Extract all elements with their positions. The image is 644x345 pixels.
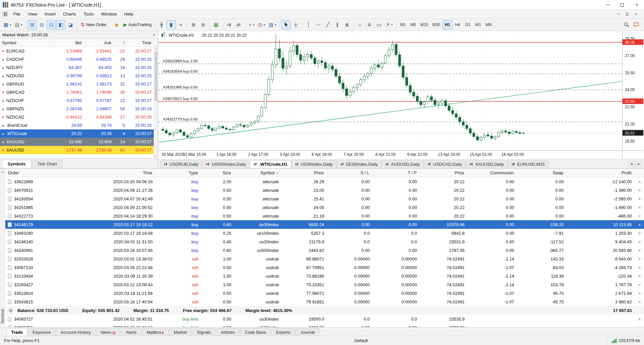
chart-tab-usdcad-daily[interactable]: USDCAD,Daily <box>424 160 466 168</box>
terminal-tab-market[interactable]: Market <box>169 328 192 336</box>
timeframe-m30-button[interactable]: M30 <box>431 20 442 29</box>
close-order-button[interactable]: × <box>638 265 641 270</box>
order-row[interactable]: 342461402020.04.01 11:31:50buy0.40us30in… <box>5 237 644 246</box>
menu-file[interactable]: File <box>10 10 24 18</box>
close-order-button[interactable]: × <box>638 248 641 253</box>
market-watch-row[interactable]: ▲XAGUSD15.59015.6041415:00:27 <box>0 138 154 146</box>
terminal-tab-journal[interactable]: Journal <box>296 328 319 336</box>
timeframe-w1-button[interactable]: W1 <box>473 20 483 29</box>
scroll-down-icon[interactable]: ▼ <box>155 155 157 158</box>
terminal-tab-news[interactable]: News31 <box>96 328 121 336</box>
market-watch-row[interactable]: ▼EURCAD1.534691.534912215:00:27 <box>0 47 154 55</box>
column-header-sl[interactable]: S / L <box>327 169 373 177</box>
terminal-tab-articles[interactable]: Articles <box>216 328 240 336</box>
column-header-time[interactable]: Time <box>88 169 156 177</box>
menu-view[interactable]: View <box>24 10 41 18</box>
order-row[interactable]: 343309912020.03.16 10:07:45buy0.60us500i… <box>5 246 644 255</box>
fibonacci-button[interactable]: ≶ <box>342 20 352 29</box>
scrollbar-thumb[interactable] <box>155 52 157 101</box>
market-watch-row[interactable]: ▲NZDCHF0.577650.577872215:00:27 <box>0 96 154 105</box>
scroll-left-icon[interactable]: ◄ <box>628 161 635 167</box>
column-header-profit[interactable]: Profit <box>567 169 635 177</box>
order-row[interactable]: 340657272020.04.02 16:45:51buy limit0.50… <box>5 315 644 323</box>
crosshair-button[interactable]: ┼ <box>291 20 300 29</box>
column-header-size[interactable]: Size <box>202 169 235 177</box>
chart-tab-us500index-daily[interactable]: US500Index,Daily <box>202 160 249 168</box>
column-header-swap[interactable]: Swap <box>517 169 567 177</box>
bar-chart-button[interactable]: ╫ <box>157 20 166 29</box>
market-watch-row[interactable]: ▼NZDCAD0.843220.843492715:00:26 <box>0 113 154 121</box>
column-header-tp[interactable]: T / P <box>373 169 420 177</box>
chart-shift-button[interactable]: ⇄ <box>234 20 243 29</box>
close-order-button[interactable]: × <box>638 205 641 210</box>
close-order-button[interactable]: × <box>638 179 641 184</box>
cursor-button[interactable] <box>282 20 291 29</box>
periods-button[interactable]: ◷▾ <box>256 20 267 29</box>
order-row[interactable]: 342461792020.03.17 19:18:12buy0.60de30in… <box>5 220 644 229</box>
chart-tab--wticrude-h1[interactable]: .WTICrude,H1 <box>250 160 291 168</box>
timeframe-h4-button[interactable]: H4 <box>453 20 463 29</box>
close-order-button[interactable]: × <box>638 222 641 227</box>
metaeditor-button[interactable]: ◆ <box>112 20 121 29</box>
mw-column-ask[interactable]: Ask <box>85 39 114 47</box>
menu-charts[interactable]: Charts <box>59 10 80 18</box>
navigator-button[interactable]: ⊡ <box>47 20 56 29</box>
scroll-up-icon[interactable]: ▲ <box>155 47 157 51</box>
close-order-button[interactable]: × <box>638 282 641 287</box>
candlestick-button[interactable]: ▮ <box>167 20 176 29</box>
market-watch-row[interactable]: ▼GBPCAD1.760611.760963515:00:27 <box>0 88 154 96</box>
close-order-button[interactable]: × <box>638 188 641 193</box>
order-row[interactable]: 331339342020.03.09 11:30:39sell1.00usdru… <box>5 272 644 280</box>
status-profile[interactable]: Default <box>350 336 482 345</box>
close-order-button[interactable]: × <box>638 299 641 304</box>
order-row[interactable]: 341835542020.04.07 20:42:49buy0.50.wticr… <box>5 194 644 203</box>
order-row[interactable]: 336228892020.03.20 04:06:33buy2.00.wticr… <box>5 177 644 186</box>
terminal-tab-experts[interactable]: Experts <box>271 328 295 336</box>
close-order-button[interactable]: × <box>638 291 641 296</box>
terminal-tab-exposure[interactable]: Exposure <box>28 328 56 336</box>
chart-tab-de30index-daily[interactable]: DE30Index,Daily <box>337 160 382 168</box>
timeframe-h1-button[interactable]: H1 <box>442 20 452 29</box>
tile-windows-button[interactable]: ▦ <box>211 20 221 29</box>
timeframe-mn-button[interactable]: MN <box>483 20 494 29</box>
market-watch-row[interactable]: ▲NZDJPY64.38764.4031615:00:25 <box>0 63 154 72</box>
column-header-price-open[interactable]: Price <box>282 169 327 177</box>
horizontal-line-button[interactable]: ─ <box>314 20 323 29</box>
market-watch-row[interactable]: ▲GBPNZD2.087492.088075815:00:26 <box>0 105 154 113</box>
market-watch-row[interactable]: ▲.BrentCrud28.6928.74515:00:25 <box>0 121 154 129</box>
strategy-tester-button[interactable]: ◪ <box>66 20 75 29</box>
close-order-button[interactable]: × <box>638 274 641 279</box>
mw-column-symbol[interactable]: Symbol <box>0 39 50 47</box>
timeframe-m15-button[interactable]: M15 <box>418 20 430 29</box>
chart-tab-usdrub-daily[interactable]: USDRUB,Daily <box>160 160 202 168</box>
maximize-button[interactable] <box>615 0 629 10</box>
close-order-button[interactable]: × <box>638 196 641 201</box>
candlestick-chart[interactable]: 30 Mar 202031 Mar 15:001 Apr 16:002 Apr … <box>158 31 644 159</box>
market-watch-close-icon[interactable]: × <box>153 32 155 37</box>
column-header-order[interactable]: Order <box>5 169 88 177</box>
order-row[interactable]: 335238242020.03.18 11:21:56sell0.50usdru… <box>5 289 644 297</box>
zoom-in-button[interactable]: ⊕ <box>189 20 198 29</box>
market-watch-tab-symbols[interactable]: Symbols <box>2 160 31 168</box>
chart-tab-audusd-daily[interactable]: AUDUSD,Daily <box>382 160 423 168</box>
chat-button[interactable] <box>631 20 641 29</box>
market-watch-row[interactable]: ▲NZDUSD0.597990.598121315:00:25 <box>0 72 154 80</box>
order-row[interactable]: 343227732020.04.14 18:29:30buy0.50.wticr… <box>5 212 644 220</box>
order-row[interactable]: 335436152020.03.18 17:40:54sell0.50usdru… <box>5 297 644 306</box>
chart-tab-xauusd-daily[interactable]: XAUUSD,Daily <box>466 160 508 168</box>
auto-scroll-button[interactable]: ⇉ <box>224 20 234 29</box>
market-watch-row[interactable]: ▲GBPAUD1.981411.981733215:00:27 <box>0 80 154 88</box>
shapes-button[interactable]: ○ <box>355 20 364 29</box>
close-order-button[interactable]: × <box>638 214 641 219</box>
arrows-button[interactable]: ↗▾ <box>384 20 394 29</box>
indicators-button[interactable]: +▾ <box>247 20 256 29</box>
close-button[interactable]: × <box>629 0 644 10</box>
terminal-tab-trade[interactable]: Trade <box>7 328 27 336</box>
autotrading-button[interactable]: ▶AutoTrading <box>122 20 153 29</box>
column-header-price-current[interactable]: Price <box>420 169 468 177</box>
data-window-button[interactable]: ⊟ <box>37 20 46 29</box>
vertical-line-button[interactable]: │ <box>304 20 313 29</box>
order-row[interactable]: 329335292020.03.02 13:38:02sell1.00usdru… <box>5 255 644 263</box>
mw-column-time[interactable]: Time <box>128 39 154 47</box>
minimize-button[interactable] <box>600 0 615 10</box>
